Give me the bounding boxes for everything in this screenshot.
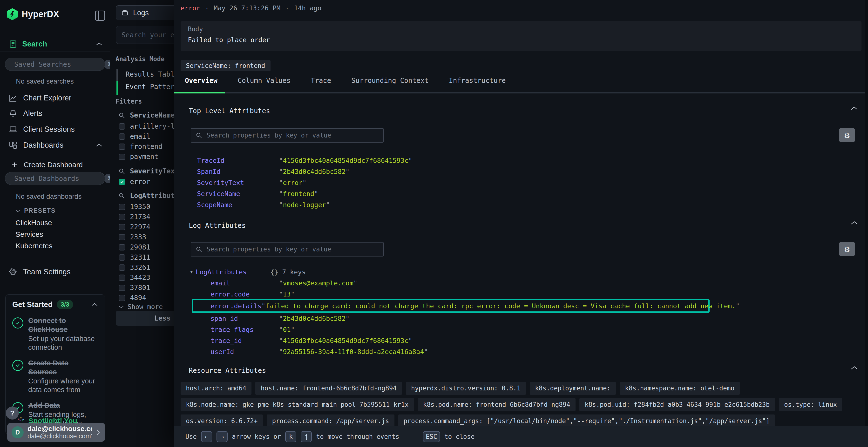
filter-option[interactable]: 22974 — [130, 223, 150, 231]
attribute-value[interactable]: vmoses@example.com — [279, 279, 357, 287]
resource-chip[interactable]: process.command: /app/server.js — [267, 414, 394, 427]
filter-option[interactable]: 19350 — [130, 203, 150, 211]
user-menu[interactable]: D dale@clickhouse.com dale@clickhouse.co… — [7, 423, 105, 442]
attribute-key[interactable]: trace_id — [211, 337, 279, 344]
sidebar-item-alerts[interactable]: Alerts — [0, 106, 110, 121]
scrollbar[interactable] — [865, 0, 868, 447]
presets-toggle[interactable]: PRESETS — [15, 207, 56, 214]
attribute-key[interactable]: ServiceName — [197, 190, 279, 198]
saved-searches-search[interactable]: ⌘K — [5, 58, 105, 71]
sidebar-item-kubernetes[interactable]: Kubernetes — [16, 242, 52, 250]
chevron-up-icon[interactable] — [95, 143, 103, 147]
search-icon[interactable] — [118, 168, 125, 175]
checkbox[interactable] — [119, 143, 125, 150]
saved-dashboards-search[interactable]: ⌘K — [5, 172, 105, 185]
checkbox[interactable] — [119, 254, 125, 261]
resource-chip[interactable]: hyperdx.distro.version: 0.8.1 — [406, 382, 526, 395]
filter-option[interactable]: 29081 — [130, 243, 150, 251]
sidebar-item-chart-explorer[interactable]: Chart Explorer — [0, 91, 110, 105]
sidebar-item-dashboards[interactable]: Dashboards — [0, 138, 110, 153]
search-icon[interactable] — [118, 193, 125, 199]
sidebar-item-clickhouse[interactable]: ClickHouse — [16, 219, 52, 227]
service-name-chip[interactable]: ServiceName: frontend — [181, 60, 271, 71]
attribute-value[interactable]: 2b43d0c4dd6bc582 — [279, 315, 350, 322]
filter-option[interactable]: 33261 — [130, 264, 150, 271]
attribute-key[interactable]: userId — [211, 348, 279, 355]
chevron-up-icon[interactable] — [850, 366, 858, 370]
attribute-key[interactable]: TraceId — [197, 157, 279, 164]
checkbox[interactable] — [119, 265, 125, 271]
filter-option[interactable]: frontend — [130, 143, 162, 150]
checkbox[interactable] — [119, 275, 125, 281]
gear-icon[interactable]: ⚙ — [839, 128, 855, 142]
attribute-key[interactable]: SeverityText — [197, 179, 279, 186]
property-search-input[interactable] — [206, 245, 379, 253]
saved-searches-input[interactable] — [14, 60, 101, 69]
attribute-key[interactable]: error.details — [211, 302, 261, 310]
checkbox[interactable] — [119, 234, 125, 240]
attribute-value[interactable]: failed to charge card: could not charge … — [261, 302, 740, 310]
filter-option[interactable]: error — [130, 178, 150, 186]
checkbox[interactable] — [119, 285, 125, 291]
sidebar-item-services[interactable]: Services — [16, 230, 43, 238]
help-button[interactable]: ? — [6, 407, 19, 419]
show-more-toggle[interactable]: Show more — [118, 303, 163, 310]
sidebar-item-team-settings[interactable]: Team Settings — [0, 265, 110, 279]
tab-infrastructure[interactable]: Infrastructure — [449, 77, 506, 87]
resource-chip[interactable]: k8s.node.name: gke-pme-k8s-standard-main… — [181, 398, 414, 411]
filter-option[interactable]: email — [130, 133, 150, 140]
checkbox[interactable] — [119, 295, 125, 301]
checkbox[interactable] — [119, 214, 125, 220]
filter-option[interactable]: 32311 — [130, 253, 150, 261]
tab-trace[interactable]: Trace — [311, 77, 331, 87]
highlighted-attribute-row[interactable]: error.details failed to charge card: cou… — [192, 299, 710, 313]
checkbox[interactable] — [119, 133, 125, 140]
attribute-key[interactable]: ScopeName — [197, 201, 279, 209]
attribute-value[interactable]: 4156d3fbc40a64854d9dc7f68641593c — [279, 157, 412, 164]
log-attributes-property-search[interactable] — [191, 242, 383, 256]
attribute-value[interactable]: frontend — [279, 190, 318, 198]
filter-option[interactable]: 34423 — [130, 274, 150, 281]
attribute-value[interactable]: 4156d3fbc40a64854d9dc7f68641593c — [279, 337, 412, 344]
create-dashboard-button[interactable]: Create Dashboard — [0, 158, 110, 171]
attribute-value[interactable]: 92a55156-39a4-11f0-8ddd-a2eca416a8a4 — [279, 348, 428, 355]
resource-chip[interactable]: host.arch: amd64 — [181, 382, 251, 395]
chevron-up-icon[interactable] — [850, 220, 858, 226]
tab-overview[interactable]: Overview — [185, 77, 217, 87]
tree-caret-icon[interactable]: ▾ — [190, 269, 193, 275]
checkbox[interactable] — [119, 123, 125, 130]
attribute-key[interactable]: error.code — [211, 290, 279, 298]
attribute-key[interactable]: trace_flags — [211, 326, 279, 333]
sidebar-collapse-icon[interactable] — [95, 10, 105, 21]
saved-dashboards-input[interactable] — [14, 174, 101, 183]
checkbox-checked[interactable] — [119, 179, 125, 185]
attribute-value[interactable]: 13 — [279, 290, 294, 298]
checkbox[interactable] — [119, 204, 125, 210]
attribute-key[interactable]: LogAttributes — [195, 268, 270, 276]
attribute-key[interactable]: span_id — [211, 315, 279, 322]
chevron-up-icon[interactable] — [91, 303, 98, 307]
attribute-value[interactable]: 01 — [279, 326, 294, 333]
checkbox[interactable] — [119, 224, 125, 230]
chevron-up-icon[interactable] — [850, 106, 858, 111]
property-search-input[interactable] — [206, 132, 379, 139]
resource-chip[interactable]: k8s.pod.name: frontend-6b6c8d7bfd-ng894 — [418, 398, 576, 411]
tab-column-values[interactable]: Column Values — [238, 77, 290, 87]
resource-chip[interactable]: host.name: frontend-6b6c8d7bfd-ng894 — [255, 382, 402, 395]
resource-chip[interactable]: k8s.pod.uid: f284fb2d-a0b3-4634-991b-e2c… — [579, 398, 775, 411]
filter-option[interactable]: payment — [130, 153, 158, 161]
resource-chip[interactable]: os.type: linux — [779, 398, 842, 411]
resource-chip[interactable]: k8s.deployment.name: — [530, 382, 616, 395]
sidebar-item-client-sessions[interactable]: Client Sessions — [0, 122, 110, 137]
mode-results-table[interactable]: Results Table — [126, 70, 179, 78]
resource-chip[interactable]: os.version: 6.6.72+ — [181, 414, 263, 427]
resource-chip[interactable]: process.command_args: ["/usr/local/bin/n… — [398, 414, 775, 427]
get-started-step[interactable]: Connect to ClickHouse Set up your databa… — [12, 316, 98, 352]
filter-option[interactable]: 2333 — [130, 233, 146, 241]
checkbox[interactable] — [119, 153, 125, 160]
filter-option[interactable]: 37801 — [130, 284, 150, 291]
attribute-value[interactable]: node-logger — [279, 201, 330, 209]
get-started-step[interactable]: Create Data Sources Configure where your… — [12, 358, 98, 394]
filter-option[interactable]: 21734 — [130, 213, 150, 221]
filter-option[interactable]: 4894 — [130, 294, 146, 302]
